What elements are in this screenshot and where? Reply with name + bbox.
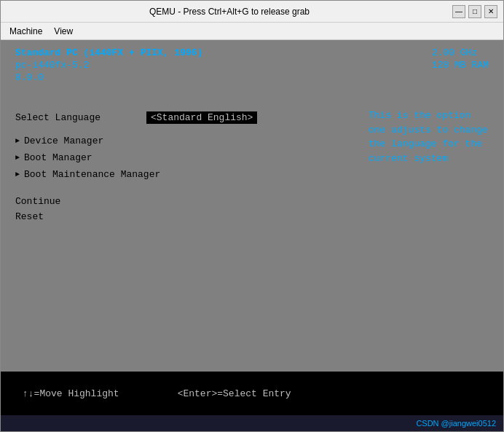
bios-model: pc-i440fx-5.2 [15, 60, 202, 71]
boot-maintenance-arrow: ► [15, 170, 20, 178]
main-window: QEMU - Press Ctrl+Alt+G to release grab … [0, 0, 504, 432]
bios-right-panel: This is the option one adjusts to change… [358, 90, 503, 372]
bios-brand: Standard PC (i440FX + PIIX, 1996) [15, 47, 202, 58]
restore-button[interactable]: □ [468, 5, 481, 18]
menu-machine[interactable]: Machine [4, 25, 48, 38]
bios-ram: 128 MB RAM [432, 60, 489, 71]
watermark-text: CSDN @jiangwei0512 [416, 419, 496, 428]
window-title: QEMU - Press Ctrl+Alt+G to release grab [7, 7, 452, 17]
boot-maintenance-item[interactable]: ► Boot Maintenance Manager [15, 166, 343, 183]
bios-speed: 2.00 GHz [432, 47, 489, 58]
select-language-row[interactable]: Select Language <Standard English> [15, 109, 343, 127]
continue-button[interactable]: Continue [15, 194, 343, 209]
bios-info-left: Standard PC (i440FX + PIIX, 1996) pc-i44… [15, 47, 202, 83]
hint-move: ↑↓=Move Highlight [23, 388, 119, 399]
select-language-label: Select Language [15, 112, 132, 123]
bios-left-panel: Select Language <Standard English> ► Dev… [1, 90, 358, 372]
select-language-value[interactable]: <Standard English> [146, 111, 257, 124]
hint-select: <Enter>=Select Entry [178, 388, 291, 399]
watermark-bar: CSDN @jiangwei0512 [1, 415, 503, 431]
window-controls: — □ ✕ [452, 5, 497, 18]
boot-maintenance-label: Boot Maintenance Manager [24, 169, 160, 180]
device-manager-label: Device Manager [24, 136, 103, 146]
minimize-button[interactable]: — [452, 5, 465, 18]
boot-manager-item[interactable]: ► Boot Manager [15, 149, 343, 166]
bios-header: Standard PC (i440FX + PIIX, 1996) pc-i44… [1, 40, 503, 90]
bios-main-content: Select Language <Standard English> ► Dev… [1, 90, 503, 372]
reset-button[interactable]: Reset [15, 209, 343, 224]
bios-screen: Standard PC (i440FX + PIIX, 1996) pc-i44… [1, 40, 503, 415]
bios-help-text: This is the option one adjusts to change… [369, 109, 492, 165]
menu-view[interactable]: View [48, 25, 79, 38]
boot-manager-label: Boot Manager [24, 152, 92, 163]
boot-manager-arrow: ► [15, 154, 20, 162]
titlebar: QEMU - Press Ctrl+Alt+G to release grab … [1, 1, 503, 23]
bios-bottom-bar: ↑↓=Move Highlight <Enter>=Select Entry [1, 372, 503, 415]
close-button[interactable]: ✕ [484, 5, 497, 18]
device-manager-item[interactable]: ► Device Manager [15, 133, 343, 149]
menubar: Machine View [1, 23, 503, 40]
bios-info-right: 2.00 GHz 128 MB RAM [432, 47, 489, 71]
bios-version: 0.0.0 [15, 72, 202, 83]
device-manager-arrow: ► [15, 137, 20, 145]
